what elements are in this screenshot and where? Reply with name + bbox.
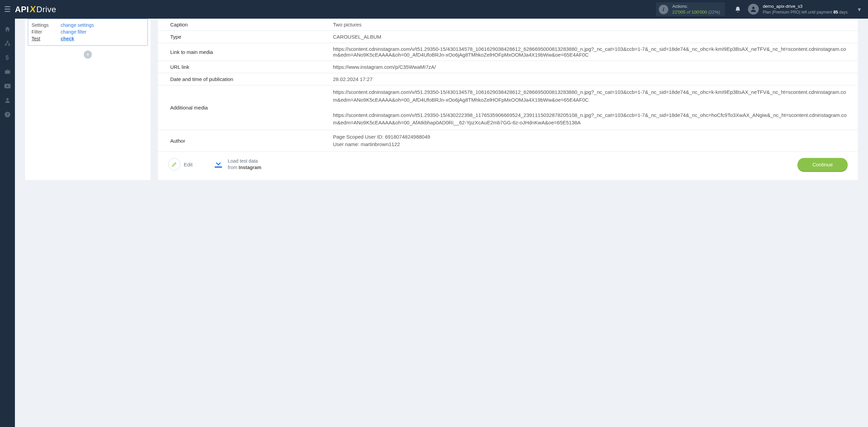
user-menu[interactable]: demo_apix-drive_s3 Plan |Premium PRO| le… bbox=[748, 3, 848, 15]
plan-days: 85 bbox=[833, 10, 838, 15]
structure-icon[interactable] bbox=[0, 36, 15, 50]
change-filter-link[interactable]: change filter bbox=[61, 29, 86, 35]
svg-text:?: ? bbox=[6, 112, 9, 117]
actions-total: 100'000 bbox=[691, 9, 707, 15]
row-value: Two pictures bbox=[331, 19, 858, 31]
step-box: Settings change settings Filter change f… bbox=[28, 19, 148, 46]
table-row: AuthorPage Scoped User ID: 6918074824988… bbox=[158, 130, 858, 151]
left-panel: Settings change settings Filter change f… bbox=[25, 19, 151, 180]
continue-button[interactable]: Continue bbox=[797, 158, 848, 171]
row-value: https://scontent.cdninstagram.com/v/t51.… bbox=[331, 43, 858, 61]
right-panel: CaptionTwo picturesTypeCAROUSEL_ALBUMLin… bbox=[158, 19, 858, 180]
logo[interactable]: APIXDrive bbox=[15, 4, 56, 15]
table-row: Link to main mediahttps://scontent.cdnin… bbox=[158, 43, 858, 61]
plan-prefix: Plan bbox=[763, 10, 772, 15]
chevron-down-icon[interactable]: ▾ bbox=[858, 6, 868, 13]
menu-toggle[interactable]: ☰ bbox=[0, 5, 15, 14]
step-test-key: Test bbox=[32, 36, 61, 41]
action-row: Edit Load test data from Instagram Conti… bbox=[158, 152, 858, 171]
svg-point-6 bbox=[6, 98, 9, 100]
plan-days-word: days bbox=[838, 10, 848, 15]
table-row: Date and time of publication28.02.2024 1… bbox=[158, 73, 858, 85]
load-from: from bbox=[228, 165, 239, 170]
info-icon: i bbox=[659, 5, 668, 14]
load-line1: Load test data bbox=[228, 158, 261, 164]
actions-pct: (22%) bbox=[707, 9, 720, 15]
edit-button[interactable]: Edit bbox=[168, 158, 193, 170]
username: demo_apix-drive_s3 bbox=[763, 3, 848, 9]
actions-of: of bbox=[685, 9, 691, 15]
step-filter-row: Filter change filter bbox=[32, 28, 144, 35]
row-key: URL link bbox=[158, 61, 331, 73]
change-settings-link[interactable]: change settings bbox=[61, 22, 94, 28]
dollar-icon[interactable]: $ bbox=[0, 50, 15, 65]
load-source: Instagram bbox=[239, 165, 261, 170]
check-link[interactable]: check bbox=[61, 36, 74, 41]
row-key: Additional media bbox=[158, 85, 331, 130]
svg-rect-3 bbox=[8, 44, 10, 46]
notifications-icon[interactable] bbox=[731, 6, 745, 13]
content: Settings change settings Filter change f… bbox=[15, 19, 868, 194]
table-row: CaptionTwo pictures bbox=[158, 19, 858, 31]
svg-text:$: $ bbox=[5, 54, 9, 61]
plan-name: |Premium PRO| bbox=[772, 10, 801, 15]
plan-suffix: left until payment bbox=[801, 10, 833, 15]
plan-line: Plan |Premium PRO| left until payment 85… bbox=[763, 9, 848, 15]
youtube-icon[interactable] bbox=[0, 79, 15, 93]
svg-point-0 bbox=[752, 7, 754, 9]
table-row: Additional mediahttps://scontent.cdninst… bbox=[158, 85, 858, 130]
step-settings-row: Settings change settings bbox=[32, 22, 144, 28]
data-table: CaptionTwo picturesTypeCAROUSEL_ALBUMLin… bbox=[158, 19, 858, 152]
row-key: Caption bbox=[158, 19, 331, 31]
logo-api: API bbox=[15, 5, 29, 14]
row-value: CAROUSEL_ALBUM bbox=[331, 31, 858, 43]
actions-label: Actions: bbox=[672, 4, 720, 9]
load-text: Load test data from Instagram bbox=[228, 158, 261, 171]
user-text: demo_apix-drive_s3 Plan |Premium PRO| le… bbox=[763, 3, 848, 15]
actions-text: Actions: 22'005 of 100'000 (22%) bbox=[672, 4, 720, 15]
row-key: Date and time of publication bbox=[158, 73, 331, 85]
sidebar: $ ? bbox=[0, 19, 15, 427]
row-key: Type bbox=[158, 31, 331, 43]
row-value: https://scontent.cdninstagram.com/v/t51.… bbox=[331, 85, 858, 130]
table-row: URL linkhttps://www.instagram.com/p/C35W… bbox=[158, 61, 858, 73]
edit-label: Edit bbox=[184, 162, 193, 167]
row-value: 28.02.2024 17:27 bbox=[331, 73, 858, 85]
step-filter-key: Filter bbox=[32, 29, 61, 35]
avatar-icon bbox=[748, 4, 759, 15]
row-value: https://www.instagram.com/p/C35WwaMI7zA/ bbox=[331, 61, 858, 73]
pencil-icon bbox=[168, 158, 180, 170]
svg-rect-2 bbox=[5, 44, 7, 46]
topbar-right: i Actions: 22'005 of 100'000 (22%) demo_… bbox=[656, 0, 868, 19]
row-key: Author bbox=[158, 130, 331, 151]
add-step-button[interactable]: + bbox=[84, 50, 92, 59]
briefcase-icon[interactable] bbox=[0, 65, 15, 79]
actions-used: 22'005 bbox=[672, 9, 686, 15]
logo-x: X bbox=[29, 4, 36, 15]
table-row: TypeCAROUSEL_ALBUM bbox=[158, 31, 858, 43]
actions-counter[interactable]: i Actions: 22'005 of 100'000 (22%) bbox=[656, 2, 725, 17]
step-test-row: Test check bbox=[32, 35, 144, 42]
load-test-data-button[interactable]: Load test data from Instagram bbox=[213, 158, 261, 171]
logo-drive: Drive bbox=[36, 5, 56, 14]
home-icon[interactable] bbox=[0, 22, 15, 36]
download-icon bbox=[213, 158, 224, 170]
topbar: ☰ APIXDrive i Actions: 22'005 of 100'000… bbox=[0, 0, 868, 19]
help-icon[interactable]: ? bbox=[0, 107, 15, 122]
step-settings-key: Settings bbox=[32, 22, 61, 28]
row-value: Page Scoped User ID: 6918074824988049 Us… bbox=[331, 130, 858, 151]
row-key: Link to main media bbox=[158, 43, 331, 61]
svg-rect-1 bbox=[7, 41, 8, 42]
user-icon[interactable] bbox=[0, 93, 15, 107]
